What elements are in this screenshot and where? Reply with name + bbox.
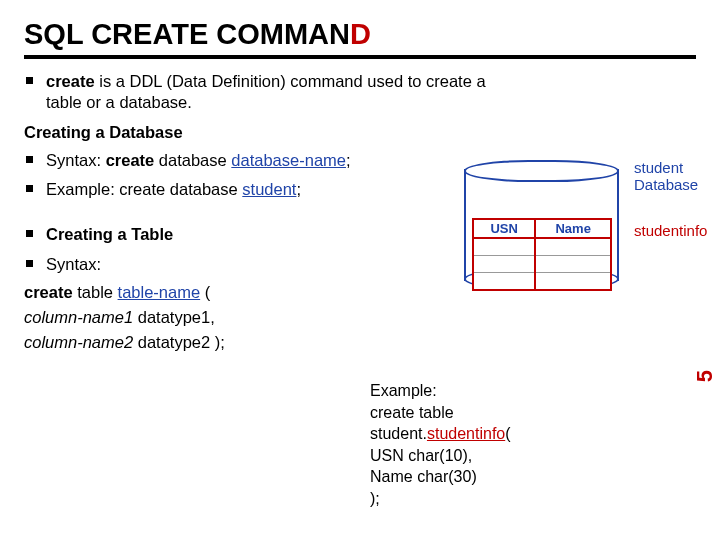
ct-tablename: table-name: [118, 283, 201, 301]
ex-l4: Name char(30): [370, 466, 511, 488]
cylinder-top: [464, 160, 619, 182]
syntax-mid: database: [154, 151, 231, 169]
title-main: SQL CREATE COMMAN: [24, 18, 350, 50]
title-rule: [24, 55, 696, 59]
ex-l5: );: [370, 488, 511, 510]
create-table-line2: column-name1 datatype1,: [24, 308, 374, 327]
ex-l1: create table: [370, 402, 511, 424]
syntax-label: Syntax:: [46, 151, 106, 169]
ex-head: Example:: [370, 380, 511, 402]
create-table-line3: column-name2 datatype2 );: [24, 333, 374, 352]
create-table-line1: create table table-name (: [24, 283, 374, 302]
ex-l2-tablename: studentinfo: [427, 425, 505, 442]
table-row: [473, 256, 611, 273]
ct-keyword: create: [24, 283, 73, 301]
create-table-example: Example: create table student.studentinf…: [370, 380, 511, 510]
bullet-intro-text: is a DDL (Data Definition) command used …: [46, 72, 486, 111]
example-value: student: [242, 180, 296, 198]
slide-title: SQL CREATE COMMAND: [24, 18, 696, 51]
subhead-create-table: Creating a Table: [46, 225, 173, 243]
example-end: ;: [296, 180, 301, 198]
db-label: student Database: [634, 160, 714, 193]
ex-l2b: (: [505, 425, 510, 442]
bullet-intro: create is a DDL (Data Definition) comman…: [24, 71, 486, 113]
ct-table-word: table: [73, 283, 118, 301]
ct-col2-rest: datatype2 );: [133, 333, 225, 351]
syntax-keyword: create: [106, 151, 155, 169]
db-cylinder: student Database studentinfo USN Name: [464, 160, 619, 290]
ct-col1-rest: datatype1,: [133, 308, 215, 326]
ct-col1: column-name1: [24, 308, 133, 326]
ex-l2: student.studentinfo(: [370, 423, 511, 445]
ct-paren: (: [200, 283, 210, 301]
page-number: 5: [692, 370, 718, 382]
ex-l2a: student.: [370, 425, 427, 442]
db-diagram: student Database studentinfo USN Name: [464, 142, 694, 290]
subhead-create-db: Creating a Database: [24, 123, 696, 142]
ex-l3: USN char(10),: [370, 445, 511, 467]
example-label: Example: create database: [46, 180, 242, 198]
table-col-name: Name: [535, 219, 611, 238]
bullet-intro-keyword: create: [46, 72, 95, 90]
db-name: student: [634, 160, 714, 177]
syntax-placeholder: database-name: [231, 151, 346, 169]
table-header-row: USN Name: [473, 219, 611, 238]
syntax-end: ;: [346, 151, 351, 169]
ct-col2: column-name2: [24, 333, 133, 351]
table-row: [473, 238, 611, 256]
table-row: [473, 273, 611, 291]
table-diagram: USN Name: [472, 218, 612, 291]
table-name-label: studentinfo: [634, 222, 707, 239]
db-word: Database: [634, 177, 714, 194]
table-col-usn: USN: [473, 219, 535, 238]
title-accent: D: [350, 18, 371, 50]
